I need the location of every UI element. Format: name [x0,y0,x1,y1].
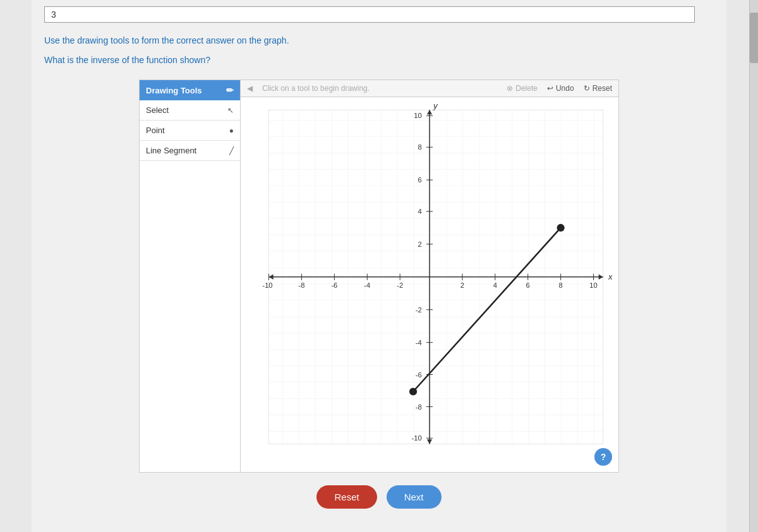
line-segment-tool-label: Line Segment [146,146,196,155]
pencil-icon: ✏ [226,85,234,95]
line-segment-tool[interactable]: Line Segment ╱ [140,141,240,161]
svg-text:10: 10 [414,112,421,119]
point-dot-icon: ● [229,126,234,135]
line-segment-icon: ╱ [229,146,234,155]
undo-button[interactable]: ↩ Undo [547,84,574,93]
question-text: What is the inverse of the function show… [44,54,714,67]
svg-text:2: 2 [460,281,464,289]
svg-text:4: 4 [493,281,497,289]
svg-text:8: 8 [559,281,563,289]
graph-toolbar: ◀ Click on a tool to begin drawing. ⊗ De… [241,80,618,97]
svg-point-52 [557,224,565,232]
graph-canvas[interactable]: -10 -8 -6 -4 -2 [241,97,618,472]
bottom-buttons: Reset Next [44,485,714,521]
instruction-text: Use the drawing tools to form the correc… [44,34,714,47]
svg-text:-10: -10 [262,281,272,289]
tools-header: Drawing Tools ✏ [140,80,240,100]
svg-text:x: x [608,272,612,281]
svg-point-51 [409,387,417,395]
select-tool[interactable]: Select ↖ [140,100,240,121]
tools-header-label: Drawing Tools [146,86,202,95]
reset-icon: ↻ [584,84,590,93]
svg-text:-6: -6 [331,281,337,289]
svg-text:8: 8 [418,143,422,151]
svg-text:y: y [433,103,438,110]
undo-label: Undo [556,84,574,93]
delete-x-icon: ⊗ [507,84,513,93]
delete-label: Delete [515,84,538,93]
svg-text:-10: -10 [412,434,422,442]
drawing-area: Drawing Tools ✏ Select ↖ Point ● Line Se… [139,80,619,473]
tools-panel: Drawing Tools ✏ Select ↖ Point ● Line Se… [140,80,241,472]
svg-text:-8: -8 [298,281,304,289]
next-button[interactable]: Next [387,485,442,509]
question-number: 3 [44,6,695,23]
point-tool[interactable]: Point ● [140,121,240,141]
svg-text:-6: -6 [416,371,422,379]
reset-button[interactable]: Reset [316,485,376,509]
svg-text:-8: -8 [416,403,422,411]
coordinate-graph[interactable]: -10 -8 -6 -4 -2 [247,103,612,463]
reset-toolbar-label: Reset [593,84,612,93]
toolbar-hint: Click on a tool to begin drawing. [262,84,497,93]
svg-text:-4: -4 [416,339,422,346]
select-tool-label: Select [146,105,169,115]
delete-button[interactable]: ⊗ Delete [507,84,538,93]
svg-text:-4: -4 [364,281,370,289]
reset-toolbar-button[interactable]: ↻ Reset [584,84,612,93]
svg-text:2: 2 [418,240,422,248]
graph-area: ◀ Click on a tool to begin drawing. ⊗ De… [241,80,618,472]
svg-text:6: 6 [418,176,422,184]
undo-icon: ↩ [547,84,553,93]
help-button[interactable]: ? [594,448,612,466]
svg-text:10: 10 [589,281,597,289]
select-cursor-icon: ↖ [227,106,234,115]
collapse-icon[interactable]: ◀ [247,84,253,93]
svg-text:6: 6 [526,281,530,289]
point-tool-label: Point [146,126,165,135]
svg-text:-2: -2 [397,281,403,289]
svg-text:-2: -2 [416,306,422,314]
svg-text:4: 4 [418,208,422,215]
